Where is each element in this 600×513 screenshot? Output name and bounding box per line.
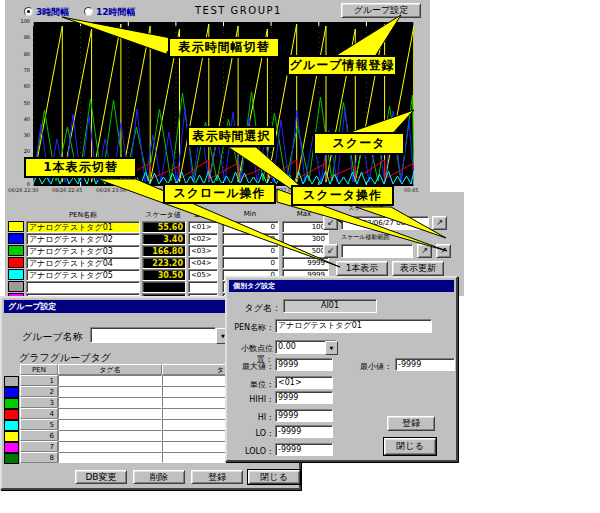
pen-color-swatch bbox=[8, 281, 24, 292]
tag-name-field: AI01 bbox=[283, 299, 377, 313]
tag-dialog-titlebar[interactable]: 個別タグ設定 bbox=[229, 280, 454, 292]
pen-name-label: PEN名称： bbox=[227, 322, 274, 333]
radio-12h[interactable] bbox=[84, 7, 93, 16]
min-cell: 0 bbox=[222, 257, 279, 269]
pen-name-field[interactable] bbox=[26, 281, 140, 293]
callout-display-time-select: 表示時間選択 bbox=[187, 126, 276, 147]
radio-12h-label[interactable]: 12時間幅 bbox=[96, 6, 136, 19]
scater-value-cell: 3.40 bbox=[142, 233, 186, 245]
pen-name-field[interactable]: アナログテストタグ02 bbox=[26, 233, 140, 245]
unit-field[interactable]: <01> bbox=[275, 376, 333, 389]
min-value-field[interactable]: -9999 bbox=[395, 358, 455, 371]
col-header-min: Min bbox=[222, 210, 278, 218]
group-tagname-cell[interactable] bbox=[58, 430, 162, 441]
group-col-header-tagname: タグ名 bbox=[58, 364, 162, 375]
group-pen-swatch bbox=[4, 431, 19, 442]
scater-position-field[interactable]: 2002/06/27 00:57 bbox=[341, 216, 429, 230]
scater-value-cell: 30.50 bbox=[142, 269, 186, 281]
group-pen-swatch bbox=[4, 409, 19, 420]
scater-scroll-left-button[interactable]: ↙ bbox=[323, 216, 338, 230]
single-pen-button[interactable]: 1本表示 bbox=[336, 261, 388, 276]
unit-cell: <02> bbox=[188, 233, 218, 245]
callout-group-info-register: グループ情報登録 bbox=[287, 55, 397, 76]
pen-color-swatch bbox=[8, 233, 24, 244]
unit-cell: <03> bbox=[188, 245, 218, 257]
pen-color-swatch bbox=[8, 269, 24, 280]
group-row-number: 4 bbox=[20, 408, 58, 419]
group-tagname-cell[interactable] bbox=[58, 375, 162, 386]
min-value-label: 最小値： bbox=[337, 361, 392, 372]
group-tagname-cell[interactable] bbox=[58, 452, 162, 463]
lolo-label: LOLO： bbox=[227, 446, 274, 457]
register-button[interactable]: 登録 bbox=[191, 470, 243, 484]
group-pen-swatch bbox=[4, 398, 19, 409]
group-pen-swatch bbox=[4, 442, 19, 453]
hi-field[interactable]: 9999 bbox=[275, 409, 333, 422]
group-row-number: 6 bbox=[20, 430, 58, 441]
group-row-number: 7 bbox=[20, 441, 58, 452]
group-tagname-cell[interactable] bbox=[58, 408, 162, 419]
lolo-field[interactable]: -9999 bbox=[275, 443, 333, 456]
group-tagname-cell[interactable] bbox=[58, 386, 162, 397]
hihi-label: HIHI： bbox=[227, 394, 274, 405]
hi-label: HI： bbox=[227, 412, 274, 423]
pen-name-field[interactable]: アナログテストタグ01 bbox=[275, 319, 432, 333]
unit-cell: <01> bbox=[188, 221, 218, 233]
min-cell: 0 bbox=[222, 221, 279, 233]
unit-label: 単位： bbox=[227, 379, 274, 390]
group-row-number: 8 bbox=[20, 452, 58, 463]
group-name-field[interactable] bbox=[90, 327, 216, 343]
tag-close-button[interactable]: 閉じる bbox=[384, 438, 436, 455]
y-axis-unit: % bbox=[47, 11, 52, 17]
max-cell: 500 bbox=[282, 245, 329, 257]
min-cell: 0 bbox=[222, 233, 279, 245]
col-header-unit: 単位 bbox=[186, 210, 216, 220]
group-name-label: グループ名称 bbox=[22, 330, 83, 344]
scale-range-field[interactable] bbox=[341, 244, 413, 258]
db-change-button[interactable]: DB変更 bbox=[75, 470, 127, 484]
pen-name-field[interactable]: アナログテストタグ04 bbox=[26, 257, 140, 269]
page-title: TEST GROUP1 bbox=[195, 5, 282, 16]
scater-value-cell bbox=[142, 281, 186, 293]
hihi-field[interactable]: 9999 bbox=[275, 391, 333, 404]
graph-group-tag-label: グラフグループタグ bbox=[19, 351, 111, 365]
range-scroll-right-button[interactable]: ↗ bbox=[417, 244, 432, 258]
close-button[interactable]: 閉じる bbox=[248, 470, 300, 484]
scater-value-cell: 55.60 bbox=[142, 221, 186, 233]
max-cell: 9999 bbox=[282, 257, 329, 269]
screen: 3時間幅 12時間幅 TEST GROUP1 グループ設定 % 10090807… bbox=[0, 0, 600, 513]
callout-scroll-operation: スクロール操作 bbox=[163, 183, 276, 204]
group-row-number: 5 bbox=[20, 419, 58, 430]
max-value-field[interactable]: 9999 bbox=[275, 358, 333, 371]
group-tagname-cell[interactable] bbox=[58, 397, 162, 408]
group-row-number: 2 bbox=[20, 386, 58, 397]
range-scroll-far-right-button[interactable]: ↗ bbox=[436, 244, 451, 258]
range-scroll-left-button[interactable]: ↙ bbox=[323, 244, 338, 258]
pen-color-swatch bbox=[8, 221, 24, 232]
callout-time-width-switch: 表示時間幅切替 bbox=[168, 37, 280, 58]
tag-name-label: タグ名： bbox=[237, 302, 281, 315]
scater-scroll-right-button[interactable]: ↗ bbox=[432, 216, 447, 230]
col-header-pen-name: PEN名称 bbox=[26, 210, 140, 220]
max-value-label: 最大値： bbox=[227, 361, 274, 372]
tag-settings-dialog: 個別タグ設定 タグ名： AI01 PEN名称： アナログテストタグ01 小数点位… bbox=[225, 276, 458, 462]
max-cell: 300 bbox=[282, 233, 329, 245]
min-cell: 0 bbox=[222, 245, 279, 257]
group-tagname-cell[interactable] bbox=[58, 419, 162, 430]
pen-color-swatch bbox=[8, 245, 24, 256]
scater-value-cell: 223.20 bbox=[142, 257, 186, 269]
delete-button[interactable]: 削除 bbox=[133, 470, 185, 484]
pen-name-field[interactable]: アナログテストタグ01 bbox=[26, 221, 140, 233]
group-tagname-cell[interactable] bbox=[58, 441, 162, 452]
group-settings-button[interactable]: グループ設定 bbox=[341, 3, 421, 18]
decimal-dropdown-icon[interactable]: ▼ bbox=[325, 341, 338, 355]
pen-name-field[interactable]: アナログテストタグ05 bbox=[26, 269, 140, 281]
radio-3h-label[interactable]: 3時間幅 bbox=[36, 6, 69, 19]
unit-cell bbox=[188, 281, 218, 293]
lo-field[interactable]: -9999 bbox=[275, 425, 333, 438]
scater-value-cell: 166.80 bbox=[142, 245, 186, 257]
scale-range-label: スケール移動範囲 bbox=[341, 233, 389, 242]
pen-name-field[interactable]: アナログテストタグ03 bbox=[26, 245, 140, 257]
tag-register-button[interactable]: 登録 bbox=[387, 416, 435, 431]
refresh-button[interactable]: 表示更新 bbox=[392, 261, 444, 276]
